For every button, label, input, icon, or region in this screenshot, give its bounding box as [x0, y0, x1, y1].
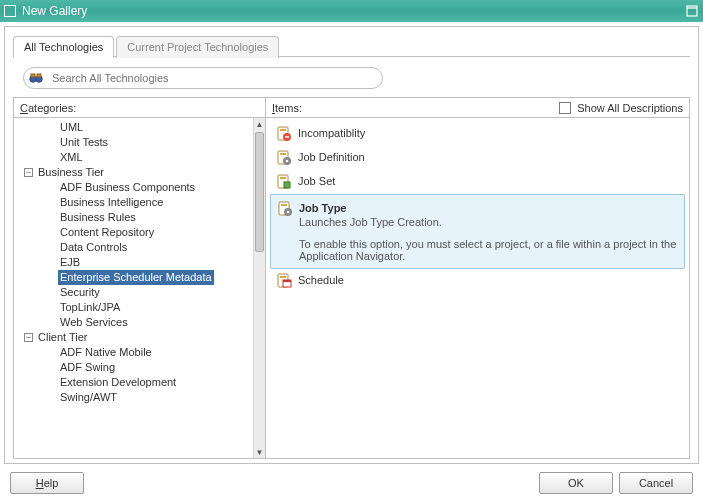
tree-item-label: UML: [58, 120, 85, 135]
item-note: To enable this option, you must select a…: [299, 238, 678, 262]
tree-item[interactable]: Security: [18, 285, 253, 300]
item-title: Job Set: [298, 175, 335, 187]
tree-item[interactable]: UML: [18, 120, 253, 135]
tree-item-label: EJB: [58, 255, 82, 270]
item-description: Launches Job Type Creation.: [299, 216, 678, 228]
tree-item[interactable]: Extension Development: [18, 375, 253, 390]
cancel-label: Cancel: [639, 477, 673, 489]
tree-item-label: XML: [58, 150, 85, 165]
maximize-icon[interactable]: [685, 4, 699, 18]
tree-item[interactable]: Enterprise Scheduler Metadata: [18, 270, 253, 285]
svg-rect-11: [280, 153, 286, 155]
window-icon: [4, 5, 16, 17]
tree-item[interactable]: XML: [18, 150, 253, 165]
tree-item-label: Data Controls: [58, 240, 129, 255]
item-row[interactable]: Job TypeLaunches Job Type Creation.To en…: [270, 194, 685, 269]
ok-button[interactable]: OK: [539, 472, 613, 494]
tab-current-project[interactable]: Current Project Technologies: [116, 36, 279, 58]
svg-rect-24: [283, 280, 291, 282]
item-title: Incompatiblity: [298, 127, 365, 139]
categories-tree[interactable]: UMLUnit TestsXML−Business TierADF Busine…: [14, 118, 253, 458]
svg-rect-5: [31, 74, 35, 77]
binoculars-icon: [28, 70, 44, 86]
tab-all-technologies[interactable]: All Technologies: [13, 36, 114, 58]
scroll-thumb[interactable]: [255, 132, 264, 252]
search-field[interactable]: [23, 67, 383, 89]
tree-group[interactable]: −Business Tier: [18, 165, 253, 180]
tree-item[interactable]: Business Rules: [18, 210, 253, 225]
tree-item-label: Business Rules: [58, 210, 138, 225]
tree-item-label: Client Tier: [36, 330, 90, 345]
tree-item[interactable]: ADF Native Mobile: [18, 345, 253, 360]
svg-rect-18: [281, 204, 287, 206]
svg-rect-15: [280, 177, 286, 179]
cancel-button[interactable]: Cancel: [619, 472, 693, 494]
tree-item[interactable]: ADF Business Components: [18, 180, 253, 195]
scroll-up-icon[interactable]: ▲: [254, 118, 265, 130]
tree-item-label: Unit Tests: [58, 135, 110, 150]
item-row[interactable]: Job Set: [270, 170, 685, 194]
scroll-down-icon[interactable]: ▼: [254, 446, 265, 458]
item-row[interactable]: Incompatiblity: [270, 122, 685, 146]
svg-rect-8: [280, 129, 286, 131]
item-row[interactable]: Schedule: [270, 269, 685, 293]
search-input[interactable]: [50, 71, 378, 85]
categories-label: ategories:: [28, 102, 76, 114]
svg-rect-6: [37, 74, 41, 77]
tree-item[interactable]: Data Controls: [18, 240, 253, 255]
tree-item[interactable]: Content Repository: [18, 225, 253, 240]
item-text: Incompatiblity: [298, 126, 365, 139]
item-text: Job Definition: [298, 150, 365, 163]
tree-group[interactable]: −Client Tier: [18, 330, 253, 345]
svg-point-20: [287, 211, 290, 214]
svg-rect-16: [284, 182, 290, 188]
jobset-icon: [276, 174, 292, 190]
show-all-checkbox[interactable]: [559, 102, 571, 114]
collapse-icon[interactable]: −: [24, 168, 33, 177]
tree-item[interactable]: Web Services: [18, 315, 253, 330]
tree-scrollbar[interactable]: ▲ ▼: [253, 118, 265, 458]
tree-item[interactable]: TopLink/JPA: [18, 300, 253, 315]
collapse-icon[interactable]: −: [24, 333, 33, 342]
tree-item[interactable]: ADF Swing: [18, 360, 253, 375]
tree-item-label: Security: [58, 285, 102, 300]
tree-item-label: ADF Native Mobile: [58, 345, 154, 360]
item-text: Schedule: [298, 273, 344, 286]
categories-header: Categories:: [14, 98, 265, 118]
tree-item[interactable]: Business Intelligence: [18, 195, 253, 210]
help-button[interactable]: Help: [10, 472, 84, 494]
tree-item-label: Business Tier: [36, 165, 106, 180]
tree-item[interactable]: EJB: [18, 255, 253, 270]
tree-item-label: Business Intelligence: [58, 195, 165, 210]
titlebar: New Gallery: [0, 0, 703, 22]
schedule-icon: [276, 273, 292, 289]
item-title: Job Definition: [298, 151, 365, 163]
item-title: Schedule: [298, 274, 344, 286]
tree-item[interactable]: Swing/AWT: [18, 390, 253, 405]
jobtype-icon: [277, 201, 293, 217]
help-label: elp: [44, 477, 59, 489]
button-bar: Help OK Cancel: [4, 464, 699, 502]
tree-item-label: Swing/AWT: [58, 390, 119, 405]
items-label: tems:: [275, 102, 302, 114]
item-text: Job TypeLaunches Job Type Creation.To en…: [299, 201, 678, 262]
jobdef-icon: [276, 150, 292, 166]
tree-item-label: ADF Business Components: [58, 180, 197, 195]
item-title: Job Type: [299, 202, 678, 214]
tab-bar: All Technologies Current Project Technol…: [13, 35, 690, 57]
tab-all-label: All Technologies: [24, 41, 103, 53]
incompat-icon: [276, 126, 292, 142]
show-all-label: Show All Descriptions: [577, 102, 683, 114]
item-row[interactable]: Job Definition: [270, 146, 685, 170]
items-header: Items: Show All Descriptions: [266, 98, 689, 118]
item-text: Job Set: [298, 174, 335, 187]
tree-item-label: ADF Swing: [58, 360, 117, 375]
ok-label: OK: [568, 477, 584, 489]
tree-item-label: Web Services: [58, 315, 130, 330]
items-list: IncompatiblityJob DefinitionJob SetJob T…: [266, 118, 689, 458]
svg-rect-22: [280, 276, 286, 278]
svg-point-13: [286, 160, 289, 163]
window-title: New Gallery: [22, 4, 87, 18]
tree-item[interactable]: Unit Tests: [18, 135, 253, 150]
tab-current-label: Current Project Technologies: [127, 41, 268, 53]
